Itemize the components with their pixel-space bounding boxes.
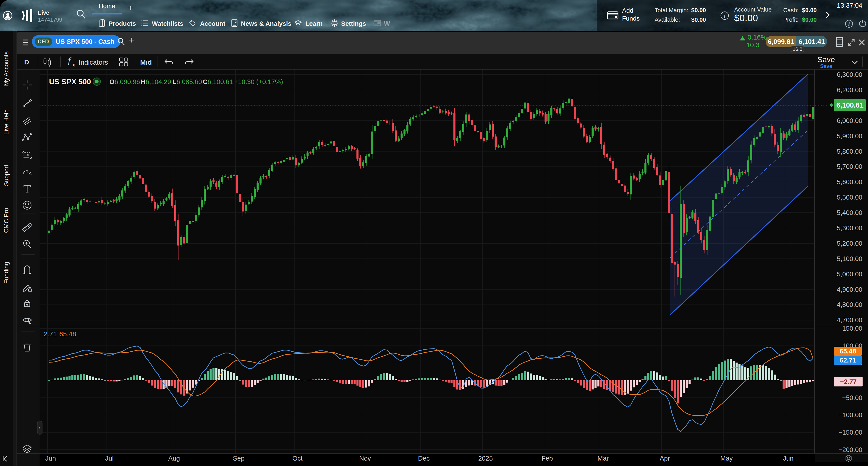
svg-text:L6,085.60: L6,085.60 [173,78,202,86]
svg-text:Mar: Mar [597,455,609,462]
svg-text:i: i [848,21,850,27]
svg-text:Jul: Jul [105,455,114,462]
svg-text:Oct: Oct [292,455,303,462]
svg-text:5,200.00: 5,200.00 [837,240,862,247]
svg-text:6,200.00: 6,200.00 [837,86,862,94]
svg-text:6,300.00: 6,300.00 [837,71,862,78]
svg-text:5,400.00: 5,400.00 [837,209,862,216]
svg-text:2.71: 2.71 [43,330,57,338]
svg-text:62.71: 62.71 [840,356,856,364]
svg-text:‹: ‹ [39,425,41,431]
svg-text:4,700.00: 4,700.00 [837,316,862,323]
svg-text:H6,104.29: H6,104.29 [141,78,171,86]
svg-text:5,500.00: 5,500.00 [837,194,862,201]
svg-text:O6,090.96: O6,090.96 [110,78,140,86]
svg-text:4,800.00: 4,800.00 [837,301,862,308]
svg-text:f: f [68,56,71,65]
svg-text:Sep: Sep [233,455,245,462]
svg-text:−150.00: −150.00 [838,429,862,436]
svg-text:6,100.61: 6,100.61 [836,101,864,109]
svg-text:Nov: Nov [359,455,371,462]
svg-text:5,600.00: 5,600.00 [837,178,862,186]
svg-text:May: May [720,455,733,462]
svg-text:5,300.00: 5,300.00 [837,224,862,231]
svg-text:150.00: 150.00 [842,325,862,332]
svg-text:US SPX 500: US SPX 500 [49,77,91,86]
svg-text:5,800.00: 5,800.00 [837,148,862,155]
svg-text:5,900.00: 5,900.00 [837,132,862,139]
svg-text:−200.00: −200.00 [838,446,862,453]
svg-text:Apr: Apr [659,455,670,462]
svg-text:−50.00: −50.00 [842,394,862,401]
svg-text:Feb: Feb [541,455,553,462]
svg-text:Dec: Dec [418,455,430,462]
svg-text:−2.77: −2.77 [840,378,857,385]
svg-text:5,100.00: 5,100.00 [837,255,862,262]
svg-text:C6,100.61: C6,100.61 [203,78,233,86]
svg-text:Aug: Aug [168,455,180,462]
svg-text:x: x [72,62,75,68]
svg-text:Jun: Jun [783,455,794,462]
svg-text:i: i [724,12,725,19]
svg-text:−100.00: −100.00 [838,411,862,418]
svg-text:5,000.00: 5,000.00 [837,271,862,278]
svg-text:6,000.00: 6,000.00 [837,117,862,124]
svg-text:2025: 2025 [478,455,493,462]
svg-text:Jun: Jun [45,455,56,462]
svg-text:4,900.00: 4,900.00 [837,286,862,293]
svg-text:65.48: 65.48 [840,348,856,355]
svg-text:5,700.00: 5,700.00 [837,163,862,170]
svg-text:65.48: 65.48 [59,330,76,338]
svg-text:+10.30 (+0.17%): +10.30 (+0.17%) [234,78,283,86]
